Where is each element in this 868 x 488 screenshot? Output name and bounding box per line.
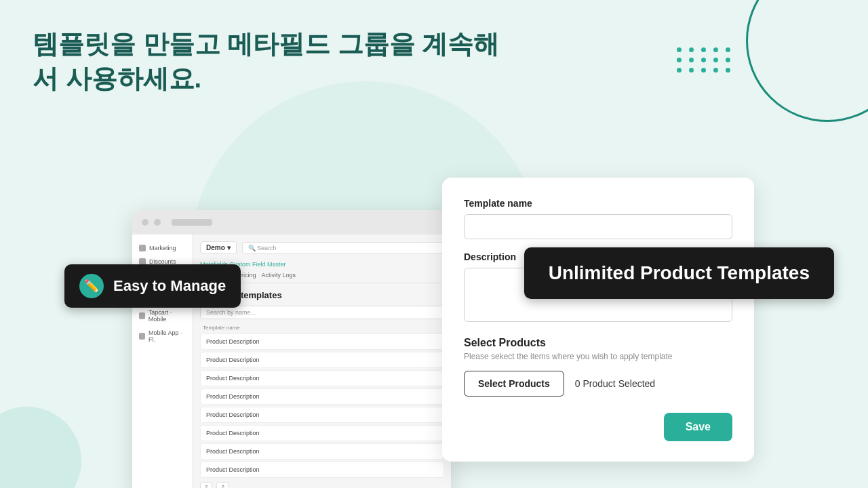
template-form-panel: Template name Description Select Product… <box>442 178 754 462</box>
unlimited-templates-label: Unlimited Product Templates <box>549 262 810 283</box>
shopify-admin-mockup: Marketing Discounts Apps Sales channels … <box>132 210 451 488</box>
template-name-input[interactable] <box>464 214 732 239</box>
mockup-pagination: 2 2 <box>200 482 444 488</box>
mockup-search-bar[interactable]: 🔍 Search <box>242 242 444 254</box>
nav-mobile-app-label: Mobile App · Fl. <box>149 329 186 343</box>
unlimited-templates-badge: Unlimited Product Templates <box>524 247 834 299</box>
nav-marketing-label: Marketing <box>149 245 176 251</box>
table-row: Product Description <box>200 407 444 423</box>
nav-marketing: Marketing <box>132 241 193 255</box>
titlebar-bar <box>172 219 212 226</box>
pagination-2b[interactable]: 2 <box>216 482 229 488</box>
select-products-title: Select Products <box>464 337 732 349</box>
nav-tapcart-icon <box>139 312 145 319</box>
mockup-tab-activity[interactable]: Activity Logs <box>262 272 296 283</box>
nav-tapcart: Tapcart · Mobile <box>132 306 193 326</box>
select-products-sub: Please sekect the items where you wish t… <box>464 352 732 361</box>
mockup-template-search[interactable]: Search by name... <box>200 306 444 319</box>
table-row: Product Description <box>200 370 444 386</box>
table-row: Product Description <box>200 352 444 368</box>
table-row: Product Description <box>200 443 444 460</box>
mockup-topbar: Demo ▾ 🔍 Search <box>200 241 444 254</box>
easy-to-manage-badge: ✏️ Easy to Manage <box>64 264 241 308</box>
pagination-2a[interactable]: 2 <box>200 482 212 488</box>
nav-marketing-icon <box>139 245 146 251</box>
select-products-row: Select Products 0 Product Selected <box>464 371 732 396</box>
table-row: Product Description <box>200 333 444 350</box>
nav-mobile-app-icon <box>139 333 145 340</box>
titlebar-dot-1 <box>142 219 149 226</box>
table-row: Product Description <box>200 425 444 441</box>
mockup-titlebar <box>132 210 451 235</box>
select-products-button[interactable]: Select Products <box>464 371 564 396</box>
hero-line2: 서 사용하세요. <box>33 62 499 96</box>
products-count: 0 Product Selected <box>575 378 655 389</box>
nav-tapcart-label: Tapcart · Mobile <box>149 309 186 323</box>
hero-line1: 템플릿을 만들고 메타필드 그룹을 계속해 <box>33 27 499 62</box>
select-products-section: Select Products Please sekect the items … <box>464 337 732 396</box>
bg-circle-bottom-left <box>0 407 81 488</box>
template-name-label: Template name <box>464 198 732 209</box>
nav-mobile-app: Mobile App · Fl. <box>132 326 193 346</box>
form-footer: Save <box>464 413 732 441</box>
mockup-store-name[interactable]: Demo ▾ <box>200 241 237 254</box>
mockup-table-header: Template name <box>200 325 444 331</box>
save-button[interactable]: Save <box>664 413 732 441</box>
hero-text: 템플릿을 만들고 메타필드 그룹을 계속해 서 사용하세요. <box>33 27 499 97</box>
table-row: Product Description <box>200 462 444 478</box>
dot-grid-decoration <box>677 47 732 73</box>
table-row: Product Description <box>200 388 444 405</box>
easy-to-manage-label: Easy to Manage <box>113 277 226 295</box>
titlebar-dot-2 <box>154 219 161 226</box>
pencil-icon: ✏️ <box>79 274 104 298</box>
bg-circle-top-right <box>746 0 868 122</box>
